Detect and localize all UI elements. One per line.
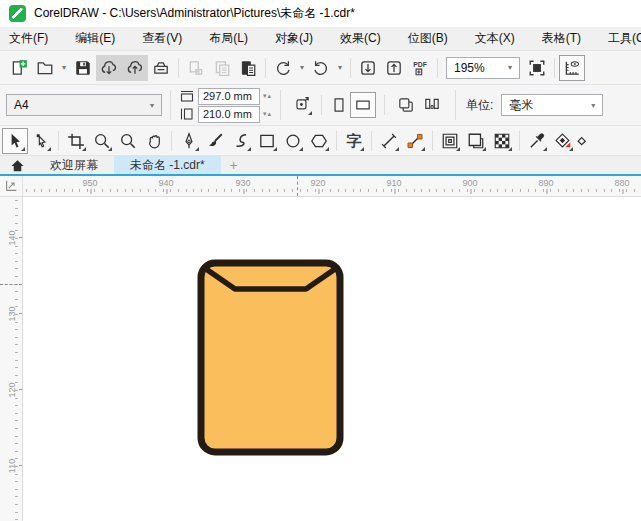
pen-tool[interactable]	[176, 128, 202, 154]
property-bar: A4 ▾ 297.0 mm ▾▴ 210.0 mm ▾▴	[0, 84, 641, 125]
smart-fill-icon	[577, 132, 587, 150]
menu-file[interactable]: 文件(F)	[9, 30, 48, 47]
page-boundary-marker	[297, 176, 298, 196]
full-screen-preview-button[interactable]	[524, 55, 550, 81]
save-to-cloud-button[interactable]	[122, 55, 148, 81]
document-tab-bar: 欢迎屏幕 未命名 -1.cdr* +	[0, 155, 641, 176]
chevron-down-icon: ▾	[588, 101, 598, 110]
ruler-tick-label: 110	[7, 455, 17, 477]
menu-tools[interactable]: 工具(O)	[608, 30, 641, 47]
page-height-spinner[interactable]: ▾▴	[263, 110, 272, 118]
envelope-shape[interactable]	[197, 259, 344, 456]
autofit-page-icon	[293, 96, 311, 114]
menu-layout[interactable]: 布局(L)	[209, 30, 248, 47]
transparency-tool[interactable]	[489, 128, 515, 154]
smart-fill-tool-partial[interactable]	[576, 128, 588, 154]
open-dropdown-caret[interactable]: ▾	[58, 63, 70, 72]
new-document-icon	[10, 59, 28, 77]
page-width-icon	[179, 89, 195, 103]
all-pages-icon	[397, 96, 415, 114]
ruler-tick-label: 910	[386, 178, 401, 188]
zoom-one-shot-tool[interactable]	[115, 128, 141, 154]
pan-tool[interactable]	[141, 128, 167, 154]
landscape-orientation-button[interactable]	[350, 92, 376, 118]
drop-shadow-tool[interactable]	[463, 128, 489, 154]
menu-object[interactable]: 对象(J)	[275, 30, 313, 47]
copy-icon	[213, 59, 231, 77]
print-icon	[152, 59, 170, 77]
toolbox-separator	[58, 131, 59, 151]
autofit-page-button[interactable]	[289, 92, 315, 118]
contour-tool[interactable]	[437, 128, 463, 154]
current-page-button[interactable]	[419, 92, 445, 118]
print-button[interactable]	[148, 55, 174, 81]
ruler-tick-label: 920	[310, 178, 325, 188]
open-from-cloud-button[interactable]	[96, 55, 122, 81]
page-size-preset-combobox[interactable]: A4 ▾	[6, 94, 162, 116]
page-width-field[interactable]: 297.0 mm	[198, 88, 260, 105]
portrait-orientation-button[interactable]	[328, 92, 350, 118]
undo-button[interactable]	[270, 55, 296, 81]
redo-icon	[312, 59, 330, 77]
pick-tool[interactable]	[2, 128, 28, 154]
new-tab-button[interactable]: +	[221, 156, 247, 174]
publish-to-pdf-button[interactable]: PDF	[407, 55, 433, 81]
drawing-canvas[interactable]	[22, 196, 641, 521]
polygon-tool[interactable]	[306, 128, 332, 154]
cloud-download-icon	[100, 59, 118, 77]
ellipse-tool[interactable]	[280, 128, 306, 154]
welcome-home-button[interactable]	[0, 156, 34, 174]
tab-welcome-screen[interactable]: 欢迎屏幕	[34, 156, 114, 174]
units-combobox[interactable]: 毫米 ▾	[501, 94, 603, 116]
menu-effects[interactable]: 效果(C)	[340, 30, 381, 47]
vertical-ruler[interactable]: 140 130 120 110	[0, 196, 22, 521]
menu-text[interactable]: 文本(X)	[475, 30, 515, 47]
show-rulers-button[interactable]	[559, 55, 585, 81]
ruler-origin-corner[interactable]	[0, 176, 22, 196]
menu-bar: 文件(F) 编辑(E) 查看(V) 布局(L) 对象(J) 效果(C) 位图(B…	[0, 27, 641, 50]
crop-tool[interactable]	[63, 128, 89, 154]
open-folder-icon	[36, 59, 54, 77]
undo-dropdown-caret[interactable]: ▾	[296, 63, 308, 72]
menu-edit[interactable]: 编辑(E)	[75, 30, 115, 47]
drop-shadow-icon	[467, 132, 485, 150]
open-button[interactable]	[32, 55, 58, 81]
toolbox-separator	[171, 131, 172, 151]
text-tool-icon: 字	[347, 133, 362, 148]
copy-button-disabled[interactable]	[209, 55, 235, 81]
redo-button[interactable]	[308, 55, 334, 81]
ellipse-icon	[284, 132, 302, 150]
ruler-tick-label: 120	[7, 379, 17, 401]
ruler-tick-label: 140	[7, 227, 17, 249]
eyedropper-tool[interactable]	[524, 128, 550, 154]
zoom-level-combobox[interactable]: 195% ▾	[446, 57, 520, 79]
export-button[interactable]	[381, 55, 407, 81]
dimension-tool[interactable]	[376, 128, 402, 154]
pick-tool-icon	[6, 132, 24, 150]
connector-tool[interactable]	[402, 128, 428, 154]
freehand-curve-tool[interactable]	[228, 128, 254, 154]
import-button[interactable]	[355, 55, 381, 81]
new-document-button[interactable]	[6, 55, 32, 81]
rectangle-tool[interactable]	[254, 128, 280, 154]
redo-dropdown-caret[interactable]: ▾	[334, 63, 346, 72]
horizontal-ruler[interactable]: 950 940 930 920 910 900 890 880	[22, 176, 641, 196]
menu-bitmaps[interactable]: 位图(B)	[408, 30, 448, 47]
page-boundary-marker	[0, 284, 22, 285]
tab-untitled-document[interactable]: 未命名 -1.cdr*	[114, 156, 221, 174]
paste-button[interactable]	[235, 55, 261, 81]
text-tool[interactable]: 字	[341, 128, 367, 154]
cut-button-disabled[interactable]	[183, 55, 209, 81]
interactive-fill-tool[interactable]	[550, 128, 576, 154]
toolbox-separator	[336, 131, 337, 151]
menu-view[interactable]: 查看(V)	[142, 30, 182, 47]
save-button[interactable]	[70, 55, 96, 81]
crop-tool-icon	[67, 132, 85, 150]
page-height-field[interactable]: 210.0 mm	[198, 106, 260, 123]
all-pages-button[interactable]	[393, 92, 419, 118]
shape-tool[interactable]	[28, 128, 54, 154]
artistic-media-tool[interactable]	[202, 128, 228, 154]
menu-table[interactable]: 表格(T)	[542, 30, 581, 47]
page-width-spinner[interactable]: ▾▴	[263, 92, 272, 100]
zoom-tool[interactable]	[89, 128, 115, 154]
